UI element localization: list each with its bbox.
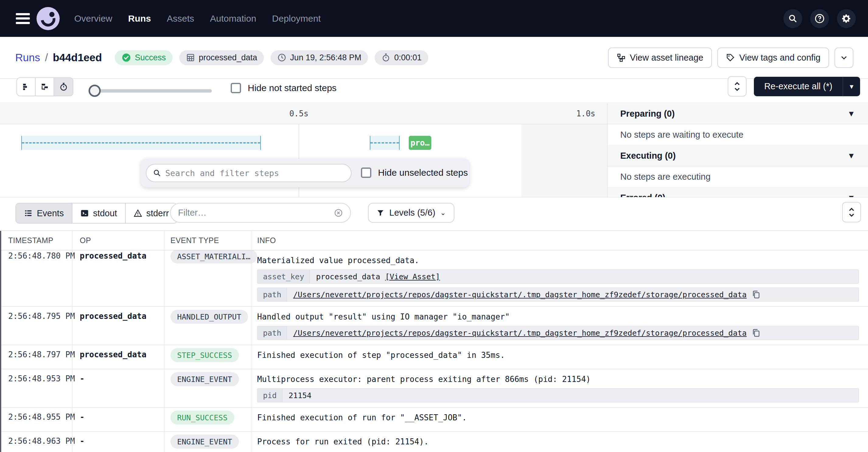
gantt-waterfall-view-button[interactable]: [36, 78, 54, 96]
meta-label: path: [257, 326, 287, 340]
breadcrumb: Runs / b44d1eed: [15, 52, 102, 64]
dagster-logo[interactable]: [36, 7, 60, 30]
gantt-tick-0-5s: 0.5s: [289, 109, 309, 118]
log-meta-row: asset_key processed_data [View Asset]: [257, 270, 859, 284]
section-header[interactable]: Executing (0) ▼: [608, 146, 868, 166]
step-search-input[interactable]: [165, 168, 344, 178]
meta-link[interactable]: /Users/neverett/projects/repos/dagster-q…: [293, 329, 747, 337]
log-timestamp: 2:56:48.955 PM: [0, 407, 72, 431]
asset-table-icon: [186, 53, 195, 62]
tab-events[interactable]: Events: [16, 203, 72, 223]
zoom-slider-handle[interactable]: [89, 85, 101, 97]
section-caret-icon: ▼: [847, 193, 855, 197]
nav-item[interactable]: Assets: [167, 13, 194, 24]
nav-item[interactable]: Runs: [128, 13, 151, 24]
gantt-flat-view-button[interactable]: [17, 78, 36, 96]
gantt-tick-1-0s: 1.0s: [576, 109, 595, 118]
step-status-section: Preparing (0) ▼ No steps are waiting to …: [608, 104, 868, 146]
levels-filter-button[interactable]: Levels (5/6) ⌄: [368, 203, 455, 223]
log-table-header: TIMESTAMP OP EVENT TYPE INFO: [0, 231, 868, 250]
zoom-slider[interactable]: [89, 85, 212, 97]
tag-icon: [726, 53, 735, 62]
log-op: processed_data: [72, 345, 164, 369]
reexecute-all-button[interactable]: Re-execute all (*): [754, 77, 843, 96]
log-meta-row: path /Users/neverett/projects/repos/dags…: [257, 287, 859, 302]
nav-items: OverviewRunsAssetsAutomationDeployment: [74, 13, 321, 24]
step-search-field: [146, 164, 351, 182]
tab-stdout[interactable]: stdout: [72, 203, 126, 223]
view-tags-config-button[interactable]: View tags and config: [717, 48, 829, 68]
settings-gear-icon[interactable]: [837, 9, 856, 28]
section-header[interactable]: Preparing (0) ▼: [608, 104, 868, 124]
log-op: -: [72, 407, 164, 431]
log-info-text: Multiprocess executor: parent process ex…: [257, 374, 859, 385]
gantt-waiting-bar-short[interactable]: [370, 136, 400, 150]
gantt-toolbar: Hide not started steps Re-execute all (*…: [0, 79, 868, 103]
logs-expand-button[interactable]: [842, 202, 861, 222]
log-op: -: [72, 369, 164, 407]
event-type-badge: RUN_SUCCESS: [170, 411, 234, 425]
copy-icon[interactable]: [751, 290, 761, 299]
event-type-badge: HANDLED_OUTPUT: [170, 310, 248, 324]
meta-label: pid: [257, 389, 282, 402]
copy-icon[interactable]: [751, 328, 761, 337]
log-filter-input[interactable]: [178, 208, 334, 218]
events-toolbar: Events stdout stderr: [0, 198, 868, 231]
stopwatch-icon: [381, 53, 391, 62]
nav-item[interactable]: Deployment: [272, 13, 321, 24]
asset-tag-pill[interactable]: processed_data: [179, 50, 264, 65]
hamburger-menu-icon[interactable]: [16, 13, 30, 24]
log-timestamp: 2:56:48.780 PM: [0, 250, 72, 306]
header-more-chevron-button[interactable]: [835, 48, 854, 68]
search-icon-small: [153, 169, 161, 177]
search-icon[interactable]: [783, 9, 802, 28]
meta-link[interactable]: /Users/neverett/projects/repos/dagster-q…: [293, 290, 747, 299]
gantt-waiting-bar-long[interactable]: [21, 136, 261, 150]
clear-filter-icon[interactable]: [334, 208, 343, 218]
help-icon[interactable]: [810, 9, 829, 28]
log-row[interactable]: 2:56:48.797 PM processed_data STEP_SUCCE…: [0, 345, 868, 369]
gantt-step-bar-processed-data[interactable]: pro…: [409, 136, 431, 150]
zoom-slider-track[interactable]: [89, 89, 212, 93]
meta-label: path: [257, 288, 287, 301]
duration-pill: 0:00:01: [375, 50, 428, 65]
gantt-timing-view-button[interactable]: [54, 78, 73, 96]
col-timestamp: TIMESTAMP: [0, 236, 72, 245]
log-timestamp: 2:56:48.795 PM: [0, 307, 72, 345]
log-row[interactable]: 2:56:48.795 PM processed_data HANDLED_OU…: [0, 307, 868, 345]
start-time-pill: Jun 19, 2:56:48 PM: [271, 50, 368, 65]
events-list-icon: [24, 209, 33, 218]
clock-icon: [277, 53, 286, 62]
tab-stderr[interactable]: stderr: [126, 203, 177, 223]
step-search-popover: Hide unselected steps: [141, 159, 469, 187]
vertical-scrollbar[interactable]: [0, 231, 1, 452]
step-status-panel: Preparing (0) ▼ No steps are waiting to …: [607, 104, 868, 197]
hide-unselected-checkbox[interactable]: Hide unselected steps: [361, 168, 468, 178]
log-row[interactable]: 2:56:48.963 PM - ENGINE_EVENT Process fo…: [0, 432, 868, 452]
reexecute-dropdown-caret[interactable]: ▾: [843, 77, 860, 96]
lineage-icon: [617, 53, 626, 62]
terminal-icon: [80, 209, 89, 218]
section-caret-icon: ▼: [847, 109, 855, 118]
section-empty-message: No steps are waiting to execute: [608, 124, 868, 146]
event-type-badge: STEP_SUCCESS: [170, 348, 239, 362]
gantt-expand-button[interactable]: [728, 76, 747, 96]
gantt-overscan-zone: [521, 124, 607, 197]
checkbox-box[interactable]: [361, 168, 371, 178]
nav-item[interactable]: Automation: [210, 13, 256, 24]
log-op: processed_data: [72, 250, 164, 306]
section-header[interactable]: Errored (0) ▼: [608, 188, 868, 197]
checkbox-box[interactable]: [231, 83, 241, 93]
funnel-icon: [376, 209, 384, 217]
breadcrumb-separator: /: [45, 52, 48, 64]
meta-link[interactable]: [View Asset]: [385, 272, 440, 281]
breadcrumb-runs-link[interactable]: Runs: [15, 52, 40, 64]
gantt-chart: 0.5s 1.0s pro… Hide unselected steps: [0, 104, 607, 197]
step-status-section: Executing (0) ▼ No steps are executing: [608, 146, 868, 188]
view-asset-lineage-button[interactable]: View asset lineage: [608, 48, 712, 68]
log-row[interactable]: 2:56:48.953 PM - ENGINE_EVENT Multiproce…: [0, 369, 868, 407]
hide-not-started-checkbox[interactable]: Hide not started steps: [231, 83, 337, 93]
nav-item[interactable]: Overview: [74, 13, 112, 24]
log-row[interactable]: 2:56:48.780 PM processed_data ASSET_MATE…: [0, 250, 868, 307]
log-row[interactable]: 2:56:48.955 PM - RUN_SUCCESS Finished ex…: [0, 407, 868, 432]
